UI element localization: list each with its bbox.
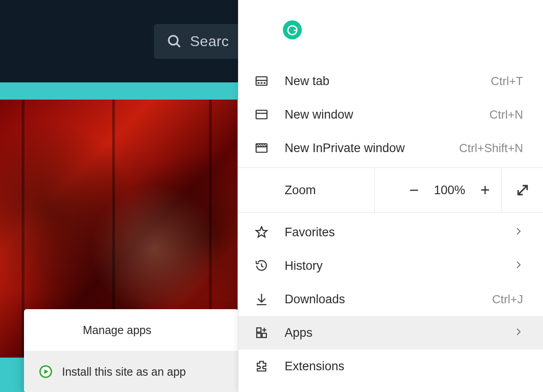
menu-label: Apps <box>285 326 514 340</box>
zoom-label: Zoom <box>238 183 374 197</box>
svg-line-1 <box>176 43 180 47</box>
search-placeholder: Searc <box>190 33 229 50</box>
menu-shortcut: Ctrl+J <box>492 292 523 306</box>
svg-rect-6 <box>264 82 266 84</box>
submenu-item-install-app[interactable]: Install this site as an app <box>24 351 238 392</box>
svg-marker-16 <box>256 227 267 237</box>
svg-rect-5 <box>261 82 262 84</box>
star-icon <box>238 225 285 239</box>
zoom-out-button[interactable]: − <box>400 177 428 204</box>
fullscreen-icon <box>515 182 530 198</box>
submenu-label: Install this site as an app <box>62 365 186 378</box>
menu-item-new-tab[interactable]: New tab Ctrl+T <box>238 64 543 98</box>
chevron-right-icon <box>514 260 523 271</box>
menu-label: New InPrivate window <box>285 141 459 155</box>
apps-icon <box>238 325 285 340</box>
svg-rect-2 <box>256 77 267 86</box>
svg-rect-19 <box>257 328 261 332</box>
chevron-right-icon <box>514 227 523 238</box>
chevron-right-icon <box>514 327 523 338</box>
svg-rect-4 <box>257 82 259 84</box>
fullscreen-button[interactable] <box>501 168 543 212</box>
zoom-in-button[interactable]: + <box>472 177 499 204</box>
submenu-item-manage-apps[interactable]: Manage apps <box>24 309 238 351</box>
play-green-icon <box>39 365 52 378</box>
zoom-value: 100% <box>428 183 472 197</box>
menu-label: Downloads <box>285 292 492 306</box>
inprivate-icon <box>238 141 285 155</box>
menu-item-extensions[interactable]: Extensions <box>238 349 543 383</box>
extensions-icon <box>238 359 285 373</box>
menu-label: Favorites <box>285 225 514 239</box>
menu-item-inprivate[interactable]: New InPrivate window Ctrl+Shift+N <box>238 131 543 165</box>
zoom-row: Zoom − 100% + <box>238 167 543 213</box>
window-icon <box>238 107 285 122</box>
menu-item-new-window[interactable]: New window Ctrl+N <box>238 98 543 131</box>
menu-item-downloads[interactable]: Downloads Ctrl+J <box>238 282 543 316</box>
menu-shortcut: Ctrl+Shift+N <box>459 141 523 155</box>
search-icon <box>167 33 182 49</box>
new-tab-icon <box>238 74 285 88</box>
menu-label: Extensions <box>285 359 523 373</box>
history-icon <box>238 258 285 273</box>
menu-label: New tab <box>285 74 491 88</box>
svg-rect-7 <box>256 110 267 119</box>
apps-submenu: Manage apps Install this site as an app <box>24 309 238 392</box>
grammarly-icon[interactable] <box>283 20 302 39</box>
svg-line-15 <box>518 186 527 195</box>
menu-label: History <box>285 259 514 273</box>
menu-item-apps[interactable]: Apps <box>238 316 543 349</box>
menu-shortcut: Ctrl+T <box>491 74 524 88</box>
menu-label: New window <box>285 108 490 122</box>
menu-item-favorites[interactable]: Favorites <box>238 215 543 249</box>
menu-shortcut: Ctrl+N <box>490 108 523 122</box>
menu-item-history[interactable]: History <box>238 249 543 282</box>
download-icon <box>238 292 285 306</box>
submenu-label: Manage apps <box>83 324 152 337</box>
svg-point-0 <box>169 36 178 45</box>
svg-rect-20 <box>257 333 261 337</box>
svg-rect-21 <box>262 333 266 337</box>
browser-menu: New tab Ctrl+T New window Ctrl+N New InP… <box>238 0 543 392</box>
